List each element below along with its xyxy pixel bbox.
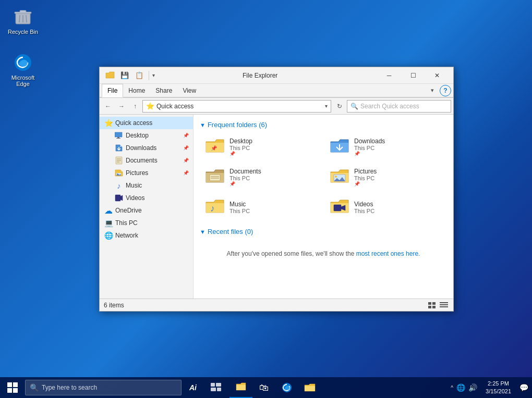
taskbar-app-explorer[interactable] — [229, 377, 252, 398]
close-button[interactable]: ✕ — [425, 67, 449, 84]
quick-access-icon: ⭐ — [104, 118, 113, 128]
search-box[interactable]: 🔍 Search Quick access — [347, 100, 451, 113]
ribbon-help-button[interactable]: ? — [440, 85, 451, 96]
clock-display[interactable]: 2:25 PM 3/15/2021 — [481, 377, 515, 398]
sidebar-item-network[interactable]: 🌐 Network — [100, 229, 193, 242]
videos-folder-name: Videos — [354, 201, 374, 208]
sidebar-label-downloads: Downloads — [126, 144, 156, 152]
tab-share[interactable]: Share — [150, 84, 177, 97]
address-bar: ← → ↑ ⭐ Quick access ▾ ↻ 🔍 Search Quick … — [100, 98, 453, 115]
folder-icon[interactable] — [104, 69, 116, 82]
desktop-folder-name: Desktop — [229, 138, 252, 145]
sidebar-item-desktop[interactable]: Desktop 📌 — [100, 129, 193, 142]
svg-rect-25 — [432, 302, 436, 305]
large-icons-view-button[interactable] — [427, 300, 438, 310]
tb-separator — [149, 71, 149, 80]
folder-item-pictures[interactable]: Pictures This PC 📌 — [324, 163, 447, 191]
pictures-folder-sub: This PC — [354, 175, 377, 181]
documents-sidebar-icon — [114, 156, 124, 165]
music-folder-name: Music — [229, 201, 250, 208]
pictures-folder-icon — [329, 167, 350, 188]
forward-button[interactable]: → — [115, 100, 128, 113]
sidebar-item-quick-access[interactable]: ⭐ Quick access — [100, 117, 193, 129]
maximize-button[interactable]: ☐ — [401, 67, 425, 84]
svg-rect-29 — [440, 304, 448, 305]
desktop-icon-recycle-bin[interactable]: Recycle Bin — [4, 4, 42, 37]
sidebar-item-videos[interactable]: Videos — [100, 192, 193, 204]
path-dropdown-icon[interactable]: ▾ — [325, 103, 328, 109]
taskbar-app-edge[interactable] — [275, 377, 298, 398]
pin-icon-documents: 📌 — [183, 158, 189, 163]
downloads-folder-name: Downloads — [354, 138, 385, 145]
taskbar-search[interactable]: 🔍 Type here to search — [25, 380, 182, 395]
taskbar-app-store[interactable]: 🛍 — [252, 377, 275, 398]
music-sidebar-icon: ♪ — [114, 181, 124, 190]
search-placeholder: Search Quick access — [360, 103, 419, 110]
folder-item-music[interactable]: ♪ Music This PC — [200, 193, 322, 221]
pin-icon-desktop: 📌 — [183, 133, 189, 138]
sidebar-item-pictures[interactable]: Pictures 📌 — [100, 167, 193, 179]
volume-tray-icon[interactable]: 🔊 — [468, 383, 477, 392]
sidebar: ⭐ Quick access Desktop 📌 — [100, 115, 194, 298]
sidebar-label-this-pc: This PC — [115, 219, 138, 227]
refresh-button[interactable]: ↻ — [333, 100, 346, 113]
save-icon[interactable]: 💾 — [118, 69, 131, 82]
frequent-folders-title: Frequent folders (6) — [208, 121, 267, 129]
tab-home[interactable]: Home — [123, 84, 150, 97]
ms-edge-icon — [13, 52, 33, 73]
folder-item-downloads[interactable]: Downloads This PC 📌 — [324, 133, 447, 161]
music-folder-sub: This PC — [229, 208, 250, 214]
window-title: File Explorer — [238, 72, 377, 79]
folder-item-desktop[interactable]: 📌 Desktop This PC 📌 — [200, 133, 322, 161]
address-path[interactable]: ⭐ Quick access ▾ — [142, 100, 331, 113]
recent-files-title: Recent files (0) — [208, 228, 253, 235]
svg-rect-30 — [440, 306, 448, 307]
desktop-sidebar-icon — [114, 131, 124, 140]
tray-expand-icon[interactable]: ^ — [451, 385, 453, 391]
main-content: ⭐ Quick access Desktop 📌 — [100, 115, 453, 298]
svg-rect-2 — [15, 12, 31, 14]
svg-rect-17 — [210, 175, 220, 181]
task-view-button[interactable] — [204, 377, 227, 398]
cortana-button[interactable]: Ai — [182, 377, 204, 398]
sidebar-item-documents[interactable]: Documents 📌 — [100, 154, 193, 167]
sidebar-label-quick-access: Quick access — [115, 119, 152, 127]
recent-empty-text-before: After you've opened some files, we'll sh… — [227, 250, 356, 257]
ribbon-collapse-button[interactable]: ▾ — [427, 85, 438, 96]
sidebar-item-this-pc[interactable]: 💻 This PC — [100, 217, 193, 229]
recent-files-empty: After you've opened some files, we'll sh… — [200, 240, 447, 268]
svg-rect-32 — [13, 382, 18, 387]
tab-view[interactable]: View — [177, 84, 201, 97]
up-button[interactable]: ↑ — [129, 100, 141, 113]
frequent-folders-collapse[interactable]: ▼ — [200, 122, 205, 128]
sidebar-label-desktop: Desktop — [126, 132, 149, 139]
back-button[interactable]: ← — [102, 100, 114, 113]
recent-files-collapse[interactable]: ▼ — [200, 229, 205, 235]
network-tray-icon[interactable]: 🌐 — [456, 383, 465, 392]
sidebar-item-onedrive[interactable]: ☁ OneDrive — [100, 204, 193, 217]
path-star-icon: ⭐ — [146, 102, 154, 110]
sidebar-label-pictures: Pictures — [126, 169, 148, 177]
desktop-icon-ms-edge[interactable]: Microsoft Edge — [4, 50, 42, 89]
clipboard-icon[interactable]: 📋 — [133, 69, 146, 82]
svg-rect-8 — [116, 138, 120, 139]
network-sidebar-icon: 🌐 — [104, 231, 113, 240]
notification-button[interactable]: 💬 — [515, 377, 532, 398]
recycle-bin-icon — [13, 6, 33, 27]
start-button[interactable] — [0, 377, 25, 398]
status-bar: 6 items — [100, 298, 453, 311]
folder-item-documents[interactable]: Documents This PC 📌 — [200, 163, 322, 191]
tab-file[interactable]: File — [102, 84, 123, 97]
pin-icon-pictures: 📌 — [183, 170, 189, 176]
videos-folder-info: Videos This PC — [354, 201, 374, 214]
tb-dropdown[interactable]: ▾ — [152, 72, 155, 78]
sidebar-item-downloads[interactable]: Downloads 📌 — [100, 142, 193, 154]
folder-item-videos[interactable]: Videos This PC — [324, 193, 447, 221]
file-explorer-window: 💾 📋 ▾ File Explorer ─ ☐ ✕ File Home Shar… — [99, 67, 454, 312]
details-view-button[interactable] — [439, 300, 449, 310]
minimize-button[interactable]: ─ — [377, 67, 401, 84]
onedrive-sidebar-icon: ☁ — [104, 206, 113, 215]
content-panel: ▼ Frequent folders (6) 📌 — [194, 115, 453, 298]
taskbar-app-fileexplorer[interactable] — [298, 377, 321, 398]
sidebar-item-music[interactable]: ♪ Music — [100, 179, 193, 192]
